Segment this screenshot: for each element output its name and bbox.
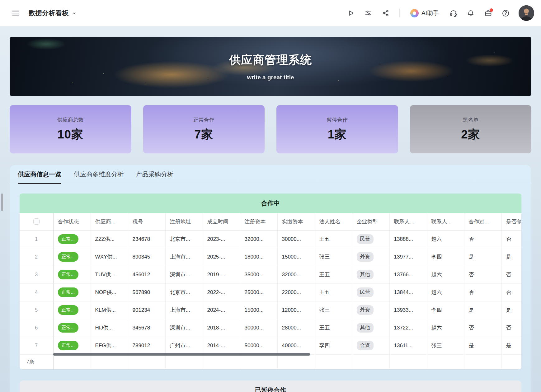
table-cell: 否	[501, 283, 521, 301]
footer-cell	[91, 354, 128, 369]
footer-cell	[427, 354, 464, 369]
row-number: 1	[20, 230, 53, 248]
table-cell: 是	[501, 301, 521, 319]
table-cell: 18000...	[240, 248, 277, 266]
status-badge: 正常...	[58, 341, 79, 350]
table-cell: 13844...	[389, 283, 427, 301]
footer-cell	[53, 354, 91, 369]
stat-card-blacklist[interactable]: 黑名单 2家	[410, 105, 532, 153]
table-row[interactable]: 1正常...ZZZ供...234678北京市...2023-...32000..…	[20, 230, 521, 248]
filter-settings-button[interactable]	[362, 7, 374, 19]
table-cell: 赵六	[427, 319, 464, 337]
row-number: 6	[20, 319, 53, 337]
stat-card-normal-cooperation[interactable]: 正常合作 7家	[143, 105, 265, 153]
bell-icon	[467, 9, 474, 17]
row-number: 2	[20, 248, 53, 266]
vertical-scrollbar[interactable]	[1, 194, 3, 211]
stat-card-paused-cooperation[interactable]: 暂停合作 1家	[276, 105, 398, 153]
column-header[interactable]: 税号	[128, 213, 165, 230]
column-header[interactable]: 实缴资本	[277, 213, 315, 230]
footer-cell	[240, 354, 277, 369]
status-badge: 正常...	[58, 287, 79, 297]
notifications-button[interactable]	[464, 7, 477, 19]
table-row[interactable]: 7正常...EFG供...789012广州市...2014-...50000..…	[20, 337, 521, 354]
ai-assistant-button[interactable]: AI助手	[407, 7, 442, 19]
notification-dot	[490, 8, 493, 12]
footer-cell	[128, 354, 165, 369]
table-row[interactable]: 5正常...KLM供...901234上海市...2024-...15000..…	[20, 301, 521, 319]
present-play-button[interactable]	[345, 7, 357, 19]
column-header[interactable]: 联系人...	[427, 213, 464, 230]
tab-supplier-info-overview[interactable]: 供应商信息一览	[18, 165, 61, 184]
table-cell: 13977...	[389, 248, 427, 266]
column-header[interactable]: 企业类型	[352, 213, 389, 230]
dashboard-title-dropdown[interactable]: 数据分析看板	[29, 9, 77, 17]
column-header[interactable]: 合作状态	[53, 213, 91, 230]
row-number: 3	[20, 266, 53, 283]
horizontal-scrollbar[interactable]	[53, 353, 310, 356]
select-all-checkbox[interactable]	[33, 218, 40, 225]
column-header[interactable]: 注册地址	[165, 213, 203, 230]
column-header[interactable]: 合作过...	[464, 213, 501, 230]
footer-cell	[165, 354, 203, 369]
table-cell: 王五	[315, 266, 352, 283]
company-type-cell: 其他	[352, 266, 389, 283]
column-header[interactable]: 成立时间	[203, 213, 240, 230]
table-row[interactable]: 4正常...NOP供...567890北京市...2022-...25000..…	[20, 283, 521, 301]
column-header[interactable]: 联系人...	[389, 213, 427, 230]
help-button[interactable]	[499, 7, 512, 19]
table-cell: 李四	[427, 301, 464, 319]
company-type-badge: 外资	[357, 305, 374, 315]
table-cell: 上海市...	[165, 301, 203, 319]
table-row[interactable]: 3正常...TUV供...456012深圳市...2019-...35000..…	[20, 266, 521, 283]
tab-product-procurement-analysis[interactable]: 产品采购分析	[136, 165, 173, 184]
column-header[interactable]: 法人姓名	[315, 213, 352, 230]
table-cell: 深圳市...	[165, 266, 203, 283]
company-type-cell: 外资	[352, 301, 389, 319]
table-cell: 567890	[128, 283, 165, 301]
hero-banner: 供应商管理系统 write a great title	[10, 37, 531, 96]
column-header[interactable]: 供应商...	[91, 213, 128, 230]
stat-value: 2家	[410, 127, 532, 142]
table-cell: 赵六	[427, 230, 464, 248]
status-cell: 正常...	[53, 248, 91, 266]
row-number: 4	[20, 283, 53, 301]
stat-value: 10家	[10, 127, 131, 142]
user-avatar[interactable]	[519, 5, 534, 21]
table-cell: 北京市...	[165, 230, 203, 248]
support-button[interactable]	[447, 7, 459, 19]
table-footer-row: 7条	[20, 354, 521, 369]
table-cell: 否	[501, 266, 521, 283]
headset-icon	[449, 9, 457, 17]
table-cell: EFG供...	[91, 337, 128, 354]
table-cell: 是	[464, 248, 501, 266]
hamburger-menu-button[interactable]	[9, 7, 22, 19]
table-cell: 张三	[427, 337, 464, 354]
select-all-header-cell	[20, 213, 53, 230]
footer-cell	[203, 354, 240, 369]
dashboard-title: 数据分析看板	[29, 9, 69, 17]
table-cell: 890345	[128, 248, 165, 266]
status-cell: 正常...	[53, 266, 91, 283]
tab-supplier-multidimensional-analysis[interactable]: 供应商多维度分析	[74, 165, 124, 184]
share-button[interactable]	[379, 7, 392, 19]
table-cell: 40000...	[277, 337, 315, 354]
table-cell: 15000...	[240, 301, 277, 319]
tabs-row: 供应商信息一览 供应商多维度分析 产品采购分析	[10, 165, 531, 184]
table-row[interactable]: 6正常...HIJ供...345678深圳市...2018-...30000..…	[20, 319, 521, 337]
footer-cell	[464, 354, 501, 369]
column-header[interactable]: 注册资本	[240, 213, 277, 230]
column-header[interactable]: 是否参	[501, 213, 521, 230]
inbox-button[interactable]	[482, 7, 494, 19]
stat-card-total-suppliers[interactable]: 供应商总数 10家	[10, 105, 131, 153]
company-type-badge: 合资	[357, 341, 374, 350]
table-row[interactable]: 2正常...WXY供...890345上海市...2025-...18000..…	[20, 248, 521, 266]
table-cell: 35000...	[240, 266, 277, 283]
table-cell: 234678	[128, 230, 165, 248]
stat-label: 暂停合作	[276, 116, 398, 124]
chevron-down-icon	[72, 11, 77, 16]
table-cell: 否	[501, 230, 521, 248]
cooperating-table-card: 合作中 合作状态供应商...税号注册地址成立时间注册资本实缴资本法人姓名企业类型…	[20, 194, 521, 369]
table-cell: 13933...	[389, 301, 427, 319]
status-badge: 正常...	[58, 305, 79, 315]
